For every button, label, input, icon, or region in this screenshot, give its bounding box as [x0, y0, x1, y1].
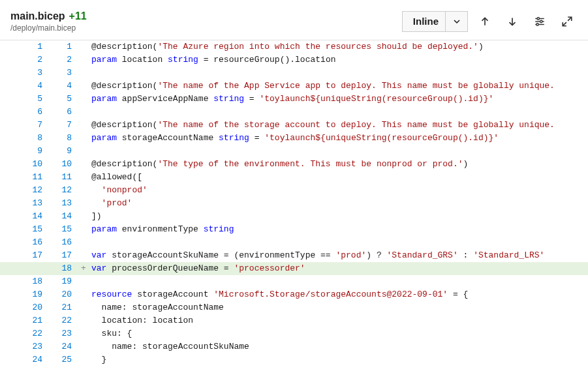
- code-line[interactable]: ]): [89, 210, 588, 223]
- diff-view[interactable]: 1 1 @description('The Azure region into …: [0, 40, 588, 366]
- gutter-new[interactable]: 23: [49, 327, 78, 340]
- gutter-old[interactable]: 23: [20, 340, 49, 353]
- code-line[interactable]: location: location: [89, 314, 588, 327]
- gutter-new[interactable]: 14: [49, 210, 78, 223]
- gutter-old[interactable]: 13: [20, 197, 49, 210]
- gutter-old[interactable]: 11: [20, 171, 49, 184]
- code-line[interactable]: var storageAccountSkuName = (environment…: [89, 249, 588, 262]
- code-line[interactable]: param appServiceAppName string = 'toylau…: [89, 93, 588, 106]
- gutter-old[interactable]: 2: [20, 53, 49, 67]
- code-row[interactable]: 15 15 param environmentType string: [0, 223, 588, 236]
- gutter-new[interactable]: 17: [49, 249, 78, 262]
- gutter-new[interactable]: 9: [49, 145, 78, 158]
- expand-button[interactable]: [557, 11, 578, 32]
- view-mode-select[interactable]: Inline: [402, 11, 468, 32]
- gutter-old[interactable]: 22: [20, 327, 49, 340]
- settings-button[interactable]: [529, 11, 550, 32]
- gutter-new[interactable]: 13: [49, 197, 78, 210]
- gutter-old[interactable]: 18: [20, 275, 49, 288]
- view-mode-dropdown[interactable]: [445, 12, 467, 31]
- gutter-new[interactable]: 24: [49, 340, 78, 353]
- gutter-new[interactable]: 16: [49, 236, 78, 249]
- gutter-new[interactable]: 21: [49, 301, 78, 314]
- code-row[interactable]: 24 25 }: [0, 353, 588, 366]
- code-line[interactable]: param storageAccountName string = 'toyla…: [89, 132, 588, 145]
- gutter-old[interactable]: 19: [20, 288, 49, 301]
- gutter-new[interactable]: 3: [49, 67, 78, 80]
- code-row[interactable]: 14 14 ]): [0, 210, 588, 223]
- prev-diff-button[interactable]: [474, 11, 495, 32]
- next-diff-button[interactable]: [502, 11, 523, 32]
- gutter-old[interactable]: 5: [20, 93, 49, 106]
- gutter-new[interactable]: 8: [49, 132, 78, 145]
- gutter-old[interactable]: 10: [20, 158, 49, 171]
- view-mode-button[interactable]: Inline: [403, 12, 445, 31]
- gutter-new[interactable]: 1: [49, 40, 78, 53]
- code-line[interactable]: sku: {: [89, 327, 588, 340]
- gutter-new[interactable]: 2: [49, 53, 78, 67]
- gutter-old[interactable]: 21: [20, 314, 49, 327]
- code-row[interactable]: 4 4 @description('The name of the App Se…: [0, 80, 588, 93]
- gutter-old[interactable]: 12: [20, 184, 49, 197]
- code-row[interactable]: 1 1 @description('The Azure region into …: [0, 40, 588, 53]
- gutter-old[interactable]: 16: [20, 236, 49, 249]
- code-row[interactable]: 12 12 'nonprod': [0, 184, 588, 197]
- gutter-new[interactable]: 5: [49, 93, 78, 106]
- gutter-new[interactable]: 12: [49, 184, 78, 197]
- code-row[interactable]: 20 21 name: storageAccountName: [0, 301, 588, 314]
- gutter-new[interactable]: 15: [49, 223, 78, 236]
- code-line[interactable]: @allowed([: [89, 171, 588, 184]
- code-line[interactable]: name: storageAccountSkuName: [89, 340, 588, 353]
- gutter-old[interactable]: 14: [20, 210, 49, 223]
- code-line[interactable]: @description('The Azure region into whic…: [89, 40, 588, 53]
- gutter-old[interactable]: 8: [20, 132, 49, 145]
- code-line[interactable]: @description('The name of the App Servic…: [89, 80, 588, 93]
- code-row[interactable]: 7 7 @description('The name of the storag…: [0, 119, 588, 132]
- code-row[interactable]: 13 13 'prod': [0, 197, 588, 210]
- code-row[interactable]: 9 9: [0, 145, 588, 158]
- code-line[interactable]: @description('The name of the storage ac…: [89, 119, 588, 132]
- gutter-new[interactable]: 22: [49, 314, 78, 327]
- gutter-old[interactable]: 9: [20, 145, 49, 158]
- code-line[interactable]: @description('The type of the environmen…: [89, 158, 588, 171]
- gutter-new[interactable]: 6: [49, 106, 78, 119]
- code-line[interactable]: name: storageAccountName: [89, 301, 588, 314]
- gutter-new[interactable]: 19: [49, 275, 78, 288]
- code-line[interactable]: var processOrderQueueName = 'processorde…: [89, 262, 588, 275]
- gutter-new[interactable]: 18: [49, 262, 78, 275]
- gutter-old[interactable]: 3: [20, 67, 49, 80]
- code-row[interactable]: 11 11 @allowed([: [0, 171, 588, 184]
- code-line[interactable]: param location string = resourceGroup().…: [89, 53, 588, 67]
- code-row-added[interactable]: 18 + var processOrderQueueName = 'proces…: [0, 262, 588, 275]
- code-line[interactable]: param environmentType string: [89, 223, 588, 236]
- gutter-new[interactable]: 4: [49, 80, 78, 93]
- code-row[interactable]: 23 24 name: storageAccountSkuName: [0, 340, 588, 353]
- gutter-new[interactable]: 25: [49, 353, 78, 366]
- code-line[interactable]: resource storageAccount 'Microsoft.Stora…: [89, 288, 588, 301]
- code-row[interactable]: 2 2 param location string = resourceGrou…: [0, 53, 588, 67]
- gutter-new[interactable]: 20: [49, 288, 78, 301]
- gutter-new[interactable]: 11: [49, 171, 78, 184]
- code-row[interactable]: 17 17 var storageAccountSkuName = (envir…: [0, 249, 588, 262]
- gutter-old[interactable]: 7: [20, 119, 49, 132]
- gutter-old[interactable]: 15: [20, 223, 49, 236]
- code-line[interactable]: 'nonprod': [89, 184, 588, 197]
- code-row[interactable]: 19 20 resource storageAccount 'Microsoft…: [0, 288, 588, 301]
- gutter-old[interactable]: 4: [20, 80, 49, 93]
- code-row[interactable]: 5 5 param appServiceAppName string = 'to…: [0, 93, 588, 106]
- gutter-old[interactable]: 17: [20, 249, 49, 262]
- code-row[interactable]: 16 16: [0, 236, 588, 249]
- gutter-old[interactable]: 20: [20, 301, 49, 314]
- code-row[interactable]: 8 8 param storageAccountName string = 't…: [0, 132, 588, 145]
- code-row[interactable]: 21 22 location: location: [0, 314, 588, 327]
- gutter-new[interactable]: 10: [49, 158, 78, 171]
- gutter-old[interactable]: 6: [20, 106, 49, 119]
- code-row[interactable]: 10 10 @description('The type of the envi…: [0, 158, 588, 171]
- code-row[interactable]: 18 19: [0, 275, 588, 288]
- gutter-old[interactable]: 1: [20, 40, 49, 53]
- code-row[interactable]: 3 3: [0, 67, 588, 80]
- code-row[interactable]: 6 6: [0, 106, 588, 119]
- gutter-new[interactable]: 7: [49, 119, 78, 132]
- code-line[interactable]: 'prod': [89, 197, 588, 210]
- code-row[interactable]: 22 23 sku: {: [0, 327, 588, 340]
